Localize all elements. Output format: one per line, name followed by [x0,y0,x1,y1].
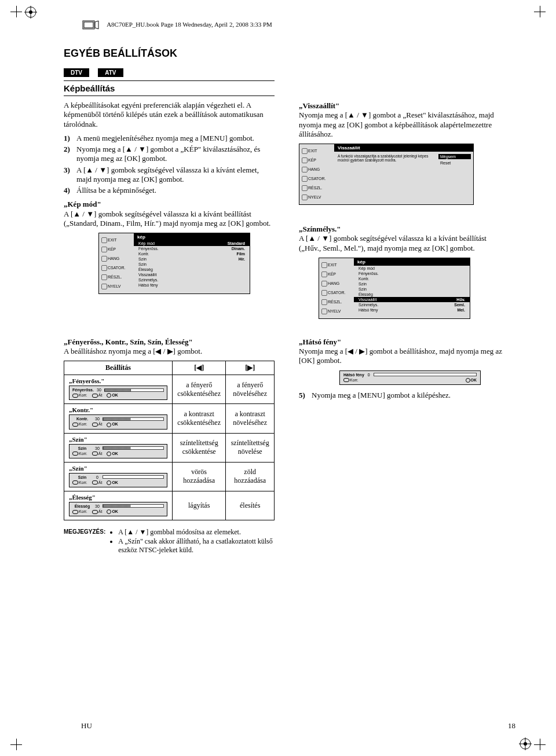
adjustment-table: Beállítás[◀][▶]„Fényerőss."Fényerőss.30K… [64,361,275,520]
svg-point-7 [524,742,527,746]
osd-row: Kép módStandard [134,241,250,246]
badge-dtv: DTV [64,68,89,77]
osd-row: Hátsó fény [134,282,250,288]
osd-side-item: RÉSZL. [321,298,352,306]
slider-name: Szín [72,446,92,450]
osd-row: Hátsó fényMel. [354,307,470,313]
osd-side-item: CSATOR. [321,289,352,297]
osd-reset-confirm: Reset [438,160,471,166]
osd-side-item: RÉSZL. [101,273,132,281]
slider-value: 30 [94,504,100,508]
step-3: A [▲ / ▼] gombok segítségével válassza k… [76,166,259,184]
osd-reset-cancel: Mégsem [438,154,471,159]
osd-side-item: CSATOR. [301,175,332,183]
backlight-name: Hátsó fény [343,373,364,377]
step-5: Nyomja meg a [MENU] gombot a kilépéshez. [312,391,451,399]
hatso-title: „Hátsó fény" [299,337,341,346]
osd-row: Szín [354,281,470,287]
reset-text: Nyomja meg a [▲ / ▼] gombot a „Reset" ki… [299,111,494,138]
osd-szinmelys: EXITKÉPHANGCSATOR.RÉSZL.NYELVképKép módF… [319,258,470,319]
section-title: EGYÉB BEÁLLÍTÁSOK [64,47,510,60]
osd-row: Színmélys. [134,277,250,282]
hatso-text: Nyomja meg a [◀ / ▶] gombot a beállításh… [299,347,502,365]
adj-row-quote: „Kontr." [69,406,167,413]
slider-value: 30 [96,388,102,392]
adj-row-quote: „Szín" [69,436,167,443]
slider-name: Fényerőss. [72,388,94,392]
osd-reset-title: Visszaállít [334,144,473,152]
slider-value: 30 [94,446,100,450]
osd-side-item: HANG [321,280,352,288]
note-2: A „Szín" csak akkor állítható, ha a csat… [118,537,275,555]
osd-row: Színmélys.Seml. [354,302,470,307]
osd-side-item: NYELV [321,307,352,315]
szinmely-title: „Színmélys." [299,225,341,233]
adj-dec: vörös hozzáadása [173,462,226,491]
slider-box: Szín30Korr.ÁtOK [69,444,167,458]
osd-side-item: KÉP [101,245,132,254]
osd-row: Élesség [134,267,250,272]
osd-title: kép [134,233,250,241]
adj-row-quote: „Élesség" [69,494,167,501]
note-1: A [▲ / ▼] gombbal módosítsa az elemeket. [118,528,275,537]
kepmod-title: „Kép mód" [64,200,101,208]
osd-row: Visszaállít [134,272,250,277]
osd-reset-msg: A funkció visszaigazítja a szabályozást … [334,152,436,168]
osd-row: Fényerőss.Dinam. [134,246,250,251]
slider-box: Fényerőss.30Korr.ÁtOK [69,386,167,400]
header-text: A8C70EP_HU.book Page 18 Wednesday, April… [107,21,272,28]
adj-row-quote: „Szín" [69,465,167,472]
adj-head-right: [▶] [226,361,275,375]
slider-box: Kontr.30Korr.ÁtOK [69,414,167,429]
osd-row: SzínHír. [134,256,250,262]
osd-side-item: KÉP [321,270,352,278]
adj-inc: a fényerő növeléséhez [226,375,275,404]
adj-inc: a kontraszt növeléséhez [226,404,275,433]
osd-row: VisszaállítHűv. [354,297,470,302]
osd-title: kép [354,258,470,266]
adj-inc: színtelítettség növelése [226,433,275,462]
slider-name: Kontr. [72,417,92,421]
adj-row-quote: „Fényerőss." [69,377,167,384]
slider-box: Élesség30Korr.ÁtOK [69,502,167,516]
slider-value: 30 [94,417,100,421]
adj-head-left: [◀] [173,361,226,375]
step-2: Nyomja meg a [▲ / ▼] gombot a „KÉP" kivá… [76,145,260,163]
footer-page: 18 [508,721,515,731]
intro-text: A képbeállításokat egyéni preferenciák a… [64,101,275,129]
adj-inc: élesítés [226,491,275,520]
registration-mark [24,6,37,19]
osd-row: Kép mód [354,266,470,271]
adj-dec: a kontraszt csökkentéséhez [173,404,226,433]
subsection-title: Képbeállítás [64,80,275,96]
slider-name: Élesség [72,504,92,508]
svg-rect-9 [84,22,93,28]
adj-head-setting: Beállítás [64,361,173,375]
adj-inc: zöld hozzáadása [226,462,275,491]
osd-row: Fényerőss. [354,271,470,276]
osd-side-item: EXIT [321,261,352,269]
backlight-value: 0 [368,373,370,377]
slider-name: Szín [72,475,92,479]
adj-dec: lágyítás [173,491,226,520]
adj-text: A beállításhoz nyomja meg a [◀ / ▶] gomb… [64,347,202,355]
osd-kep-mode: EXITKÉPHANGCSATOR.RÉSZL.NYELVképKép módS… [98,233,250,294]
backlight-box: Hátsó fény 0 Korr. OK [339,370,481,385]
adj-dec: a fényerő csökkentéséhez [173,375,226,404]
osd-row: Élesség [354,292,470,297]
step-4: Állítsa be a képminőséget. [76,186,156,194]
osd-reset: EXITKÉPHANGCSATOR.RÉSZL.NYELVVisszaállít… [299,144,474,205]
svg-point-3 [29,10,32,14]
slider-box: Szín0Korr.ÁtOK [69,473,167,487]
osd-row: Szín [354,287,470,292]
osd-side-item: NYELV [301,193,332,201]
osd-side-item: RÉSZL. [301,184,332,192]
note-label: MEGJEGYZÉS: [64,527,105,555]
reset-title: „Visszaállít" [299,101,339,110]
registration-mark [519,737,532,750]
adj-title: „Fényerőss., Kontr., Szín, Szín, Élesség… [64,337,193,346]
szinmely-text: A [▲ / ▼] gombok segítségével válassza k… [299,234,487,252]
osd-side-item: HANG [101,255,132,263]
slider-value: 0 [94,475,100,479]
osd-side-item: HANG [301,166,332,174]
